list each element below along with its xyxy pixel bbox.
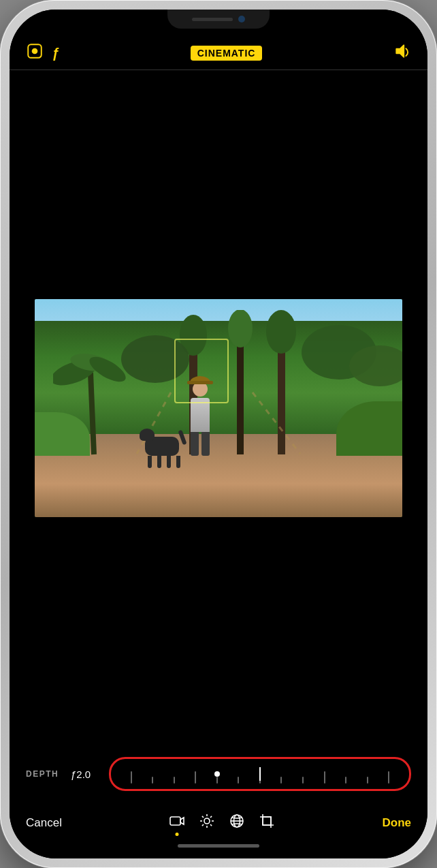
video-frame[interactable]: [35, 299, 402, 517]
depth-row: DEPTH ƒ2.0: [26, 757, 411, 791]
active-dot-indicator: [176, 833, 179, 836]
phone-screen: ƒ CINEMATIC: [10, 10, 427, 858]
speaker-grille: [192, 18, 233, 21]
tick-9: [302, 777, 304, 784]
top-bar: ƒ CINEMATIC: [10, 40, 427, 69]
svg-line-26: [210, 816, 212, 818]
top-bar-left: ƒ: [26, 42, 59, 64]
tick-6: [238, 777, 239, 784]
svg-marker-2: [396, 45, 404, 57]
tick-1: [131, 771, 132, 784]
adjustments-icon[interactable]: [199, 813, 215, 833]
slider-position-dot: [214, 771, 220, 777]
dog-subject: [145, 437, 179, 456]
controls-area: DEPTH ƒ2.0: [10, 746, 427, 805]
flash-icon[interactable]: ƒ: [52, 46, 59, 61]
dog-body: [145, 437, 179, 456]
person-leg-left: [191, 432, 199, 456]
live-photo-icon[interactable]: [26, 42, 44, 64]
tick-12: [367, 777, 368, 784]
notch: [167, 10, 270, 29]
tick-2: [152, 777, 153, 784]
dog-leg-3: [167, 456, 171, 468]
front-camera-dot: [238, 16, 245, 22]
tick-10: [324, 771, 325, 784]
tick-3: [174, 777, 175, 784]
dog-head: [140, 429, 155, 441]
depth-label: DEPTH: [26, 769, 60, 779]
svg-point-19: [204, 818, 210, 824]
depth-slider-track[interactable]: [118, 764, 402, 784]
person-legs: [191, 432, 210, 456]
phone-frame: ƒ CINEMATIC: [0, 0, 437, 868]
done-button[interactable]: Done: [382, 816, 411, 830]
svg-line-25: [210, 824, 212, 826]
svg-point-1: [32, 48, 38, 55]
svg-rect-18: [170, 817, 180, 825]
fstop-value: ƒ2.0: [71, 769, 98, 780]
focus-indicator: [174, 339, 229, 403]
sound-icon[interactable]: [393, 42, 411, 64]
tick-8: [280, 777, 282, 784]
bottom-toolbar: Cancel: [10, 805, 427, 839]
home-indicator-area: [10, 839, 427, 858]
dog-leg-1: [148, 456, 152, 468]
svg-rect-31: [263, 817, 271, 825]
tick-4: [195, 771, 196, 784]
svg-line-27: [202, 824, 204, 826]
cinematic-mode-badge[interactable]: CINEMATIC: [191, 46, 263, 61]
dog-legs: [148, 456, 180, 468]
tick-11: [345, 777, 346, 784]
crop-icon[interactable]: [259, 813, 275, 833]
svg-line-24: [202, 816, 204, 818]
home-bar: [178, 844, 259, 848]
slider-center-line: [259, 767, 261, 781]
person-leg-right: [201, 432, 210, 456]
toolbar-icons: [169, 813, 275, 833]
cinematic-video-icon[interactable]: [169, 813, 185, 833]
depth-slider-container: [109, 757, 411, 791]
tick-13: [388, 771, 389, 784]
tick-5: [216, 777, 218, 784]
notch-area: [10, 10, 427, 40]
depth-slider-outline: [109, 757, 411, 791]
filters-icon[interactable]: [229, 813, 245, 833]
dog-leg-2: [157, 456, 161, 468]
video-area[interactable]: [10, 70, 427, 746]
cancel-button[interactable]: Cancel: [26, 816, 62, 830]
person-body: [191, 398, 210, 432]
dog-leg-4: [176, 456, 180, 468]
